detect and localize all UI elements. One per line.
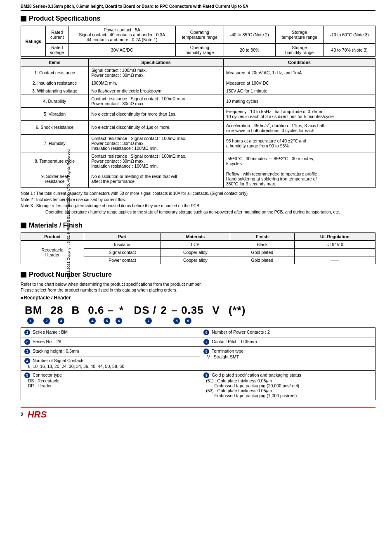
rated-voltage-value: 30V AC/DC bbox=[68, 44, 176, 57]
pn-idx-4: 4 bbox=[89, 318, 96, 324]
pn-sub-title: ●Receptacle / Header bbox=[21, 295, 375, 301]
ul-insulator: UL94V-0 bbox=[294, 240, 375, 248]
sidebar-copyright: Apr.1.2021 Copyright 2021 HIROSE ELECTRI… bbox=[66, 149, 71, 280]
ul-power: —— bbox=[294, 256, 375, 264]
pn-desc-left-2: 2 Series No. : 28 bbox=[21, 337, 200, 346]
note-3: Note 3 : Storage refers to long-term-sto… bbox=[21, 203, 375, 209]
pn-char-v: V bbox=[212, 304, 220, 317]
pn-char-dash1: – bbox=[104, 304, 118, 317]
pn-marker bbox=[21, 272, 26, 278]
rated-current-label: Ratedcurrent bbox=[46, 26, 68, 44]
pn-num-label-5: 5 bbox=[24, 372, 30, 378]
table-row: 5 Connector type DS : Receptacle DP : He… bbox=[21, 370, 375, 400]
pn-desc-right-2: 7 Contact Pitch : 0.35mm bbox=[200, 337, 375, 346]
op-temp-value: -40 to 85°C (Note 2) bbox=[224, 26, 275, 44]
table-row: ReceptacleHeader Insulator LCP Black UL9… bbox=[21, 240, 375, 248]
cond-durability: 10 mating cycles bbox=[223, 95, 375, 108]
page-number: 2 bbox=[21, 412, 24, 417]
item-withstanding: 3. Withstanding voltage bbox=[21, 87, 89, 95]
pn-char-space4 bbox=[125, 304, 134, 317]
materials-table: Product Part Materials Finish UL Regulat… bbox=[21, 232, 375, 264]
pn-idx-1: 1 bbox=[27, 318, 34, 324]
table-row: 3. Withstanding voltage No flashover or … bbox=[21, 87, 375, 95]
table-row: 5. Vibration No electrical discontinuity… bbox=[21, 108, 375, 121]
note-3-cont: Operating temperature / humidity range a… bbox=[21, 209, 375, 215]
spec-insulation: 1000MΩ min. bbox=[89, 79, 224, 87]
cond-solder-heat: Reflow : with recommended temperature pr… bbox=[223, 170, 375, 187]
pn-char-b: B bbox=[71, 304, 80, 317]
table-row: 2 Series No. : 28 7 Contact Pitch : 0.35… bbox=[21, 337, 375, 346]
item-vibration: 5. Vibration bbox=[21, 108, 89, 121]
rated-voltage-label: Ratedvoltage bbox=[46, 44, 68, 57]
item-shock: 6. Shock resistance bbox=[21, 121, 89, 135]
pn-desc-left-5: 5 Connector type DS : Receptacle DP : He… bbox=[21, 370, 200, 400]
table-row: 2. Insulation resistance 1000MΩ min. Mea… bbox=[21, 79, 375, 87]
pn-char-035: 0.35 bbox=[181, 304, 204, 317]
op-humidity-value: 20 to 80% bbox=[224, 44, 275, 57]
pn-char-stars: (**) bbox=[229, 304, 246, 317]
cond-vibration: Frequency : 10 to 55Hz ; half amplitude … bbox=[223, 108, 375, 121]
pn-num-label-2: 2 bbox=[24, 339, 30, 345]
item-solder-heat: 9. Solder heatresistance bbox=[21, 170, 89, 187]
pn-section-title: Product Number Structure bbox=[21, 271, 375, 278]
pn-idx-6: 6 bbox=[116, 318, 122, 324]
pn-desc-right-1: 6 Number of Power Contacts : 2 bbox=[200, 327, 375, 337]
table-row: 1. Contact resistance Signal contact : 1… bbox=[21, 66, 375, 79]
ratings-table: Ratings Ratedcurrent Power contact : 5A … bbox=[21, 26, 375, 57]
pn-char-28: 28 bbox=[50, 304, 63, 317]
product-specs-title: Product Specifications bbox=[21, 15, 375, 22]
note-2: Note 2 : Includes temperature rise cause… bbox=[21, 197, 375, 203]
item-humidity: 7. Humidity bbox=[21, 134, 89, 152]
pn-idx-5: 5 bbox=[104, 318, 110, 324]
specs-header-conditions: Conditions bbox=[223, 59, 375, 66]
pn-char-space5 bbox=[204, 304, 212, 317]
mat-header-ul: UL Regulation bbox=[294, 232, 375, 240]
pn-char-space1 bbox=[42, 304, 50, 317]
pn-desc-right-3: 8 Termination type V : Straight SMT bbox=[200, 346, 375, 370]
mat-signal: Copper alloy bbox=[161, 248, 230, 256]
pn-char-dash2: – bbox=[168, 304, 181, 317]
mat-insulator: LCP bbox=[161, 240, 230, 248]
rated-current-value: Power contact : 5A Signal contact : 40 c… bbox=[68, 26, 176, 44]
cond-shock: Acceleration : 450m/s2, duration : 11ms,… bbox=[223, 121, 375, 135]
footer: 2 HRS bbox=[21, 407, 375, 420]
storage-humidity-value: 40 to 70% (Note 3) bbox=[324, 44, 375, 57]
pn-intro2: Please select from the product numbers l… bbox=[21, 287, 375, 292]
pn-char-space2 bbox=[63, 304, 71, 317]
pn-idx-8: 8 bbox=[173, 318, 180, 324]
table-row: 9. Solder heatresistance No dissolution … bbox=[21, 170, 375, 187]
storage-temp-label: Storagetemperature range bbox=[275, 26, 323, 44]
cond-temp-cycle: -55±3℃ : 30 minutes → 85±2℃ : 30 minutes… bbox=[223, 152, 375, 170]
part-signal: Signal contact bbox=[84, 248, 161, 256]
storage-temp-value: -10 to 60℃ (Note 3) bbox=[324, 26, 375, 44]
cond-insulation: Measured at 100V DC bbox=[223, 79, 375, 87]
pn-char-2: 2 bbox=[160, 304, 168, 317]
finish-insulator: Black bbox=[230, 240, 294, 248]
pn-char-ds: DS bbox=[134, 304, 149, 317]
spec-durability: Contact resistance : Signal contact : 10… bbox=[89, 95, 224, 108]
pn-index-row: 1 2 3 4 5 6 7 8 9 bbox=[25, 318, 375, 324]
hrs-logo: HRS bbox=[28, 409, 47, 420]
cond-humidity: 96 hours at a temperature of 40 ±2℃ anda… bbox=[223, 134, 375, 152]
cond-withstanding: 150V AC for 1 minute bbox=[223, 87, 375, 95]
note-1: Note 1 : The total current capacity for … bbox=[21, 190, 375, 197]
table-row: 1 Series Name : BM 6 Number of Power Con… bbox=[21, 327, 375, 337]
pn-num-label-1: 1 bbox=[24, 330, 30, 335]
pn-desc-right-5: 9 Gold plated specification and packagin… bbox=[200, 370, 375, 400]
specs-header-specifications: Specifications bbox=[89, 59, 224, 66]
finish-power: Gold plated bbox=[230, 256, 294, 264]
mat-header-part: Part bbox=[84, 232, 161, 240]
pn-idx-7: 7 bbox=[145, 318, 152, 324]
spec-withstanding: No flashover or dielectric breakdown bbox=[89, 87, 224, 95]
spec-shock: No electrical discontinuity of 1μs or mo… bbox=[89, 121, 224, 135]
mat-power: Copper alloy bbox=[161, 256, 230, 264]
table-row: 8. Temperature cycle Contact resistance … bbox=[21, 152, 375, 170]
pn-char-bm: BM bbox=[25, 304, 42, 317]
pn-char-06: 0.6 bbox=[88, 304, 104, 317]
cond-contact-resistance: Measured at 20mV AC, 1kHz, and 1mA bbox=[223, 66, 375, 79]
product-receptacle: ReceptacleHeader bbox=[21, 240, 84, 264]
table-row: 4. Durability Contact resistance : Signa… bbox=[21, 95, 375, 108]
ul-signal: —— bbox=[294, 248, 375, 256]
materials-section: Materials / Finish Product Part Material… bbox=[21, 222, 375, 264]
spec-contact-resistance: Signal contact : 100mΩ max.Power contact… bbox=[89, 66, 224, 79]
